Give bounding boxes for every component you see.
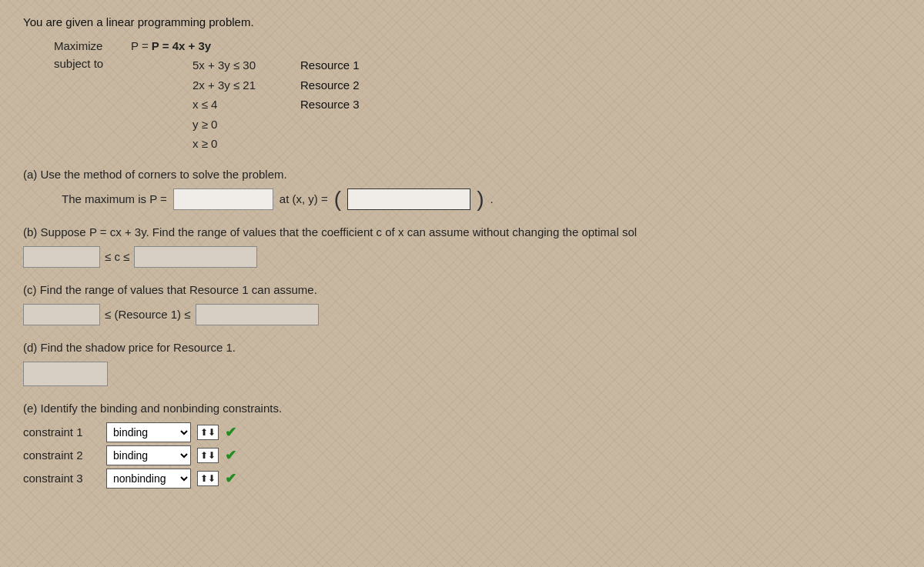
intro-text: You are given a linear programming probl…: [23, 15, 901, 28]
constraint-1-chevron: ⬆⬇: [197, 425, 219, 440]
maximize-label: Maximize: [54, 39, 123, 52]
section-a-label: (a) Use the method of corners to solve t…: [23, 168, 901, 181]
constraint-item-3: constraint 3 binding nonbinding ⬆⬇ ✔: [23, 469, 901, 489]
point-value-input[interactable]: [347, 188, 470, 210]
period: .: [490, 192, 493, 205]
subject-to-label: subject to: [54, 55, 123, 70]
at-label: at (x, y) =: [280, 192, 328, 205]
b-val1-input[interactable]: [23, 246, 100, 268]
b-val2-input[interactable]: [134, 246, 257, 268]
section-b-label: (b) Suppose P = cx + 3y. Find the range …: [23, 225, 901, 238]
constraint-row-2: 2x + 3y ≤ 21 Resource 2: [192, 75, 360, 95]
section-c: (c) Find the range of values that Resour…: [23, 283, 901, 325]
section-b-answer-row: ≤ c ≤: [23, 246, 901, 268]
b-leq: ≤ c ≤: [105, 250, 129, 263]
maximize-row: Maximize P = P = 4x + 3y: [54, 39, 901, 52]
constraint-3-label: constraint 3: [23, 472, 100, 485]
constraint-2-select[interactable]: binding nonbinding: [106, 445, 191, 465]
resource-label-2: Resource 2: [300, 75, 360, 95]
constraint-1-select[interactable]: binding nonbinding: [106, 422, 191, 442]
shadow-price-input[interactable]: [23, 362, 108, 386]
constraint-math-4: y ≥ 0: [192, 115, 293, 135]
section-c-label: (c) Find the range of values that Resour…: [23, 283, 901, 296]
max-value-input[interactable]: [173, 188, 273, 210]
c-val2-input[interactable]: [196, 304, 319, 325]
constraint-row-4: y ≥ 0: [192, 115, 360, 135]
open-paren: (: [334, 188, 341, 210]
maximize-eq: P = P = 4x + 3y: [131, 39, 211, 52]
c-leq: ≤ (Resource 1) ≤: [105, 308, 191, 321]
constraint-row-1: 5x + 3y ≤ 30 Resource 1: [192, 55, 360, 75]
section-b: (b) Suppose P = cx + 3y. Find the range …: [23, 225, 901, 268]
constraint-1-label: constraint 1: [23, 425, 100, 439]
constraints-list: 5x + 3y ≤ 30 Resource 1 2x + 3y ≤ 21 Res…: [192, 55, 360, 154]
constraint-math-3: x ≤ 4: [192, 95, 293, 115]
constraint-item-2: constraint 2 binding nonbinding ⬆⬇ ✔: [23, 445, 901, 465]
section-d: (d) Find the shadow price for Resource 1…: [23, 341, 901, 386]
resource-label-1: Resource 1: [300, 55, 360, 75]
constraint-row-3: x ≤ 4 Resource 3: [192, 95, 360, 115]
constraint-2-chevron: ⬆⬇: [197, 448, 219, 463]
constraint-math-5: x ≥ 0: [192, 134, 293, 154]
constraint-1-check: ✔: [225, 424, 236, 441]
section-d-label: (d) Find the shadow price for Resource 1…: [23, 341, 901, 354]
resource-label-3: Resource 3: [300, 95, 360, 115]
constraint-3-select[interactable]: binding nonbinding: [106, 469, 191, 489]
constraint-item-1: constraint 1 binding nonbinding ⬆⬇ ✔: [23, 422, 901, 442]
section-a: (a) Use the method of corners to solve t…: [23, 168, 901, 210]
constraint-row-5: x ≥ 0: [192, 134, 360, 154]
c-val1-input[interactable]: [23, 304, 100, 325]
constraint-math-1: 5x + 3y ≤ 30: [192, 55, 293, 75]
section-e-label: (e) Identify the binding and nonbinding …: [23, 402, 901, 415]
constraint-3-chevron: ⬆⬇: [197, 471, 219, 486]
close-paren: ): [477, 188, 484, 210]
max-is-label: The maximum is P =: [62, 192, 167, 205]
section-c-answer-row: ≤ (Resource 1) ≤: [23, 304, 901, 325]
eq-bold: P = 4x + 3y: [152, 39, 211, 52]
section-a-answer-row: The maximum is P = at (x, y) = ( ) .: [62, 188, 901, 210]
subject-block: subject to 5x + 3y ≤ 30 Resource 1 2x + …: [54, 55, 901, 154]
constraint-2-check: ✔: [225, 447, 236, 464]
section-d-answer-row: [23, 362, 901, 386]
section-e: (e) Identify the binding and nonbinding …: [23, 402, 901, 489]
constraint-3-check: ✔: [225, 470, 236, 487]
constraint-math-2: 2x + 3y ≤ 21: [192, 75, 293, 95]
problem-block: Maximize P = P = 4x + 3y subject to 5x +…: [54, 39, 901, 154]
constraint-2-label: constraint 2: [23, 449, 100, 462]
